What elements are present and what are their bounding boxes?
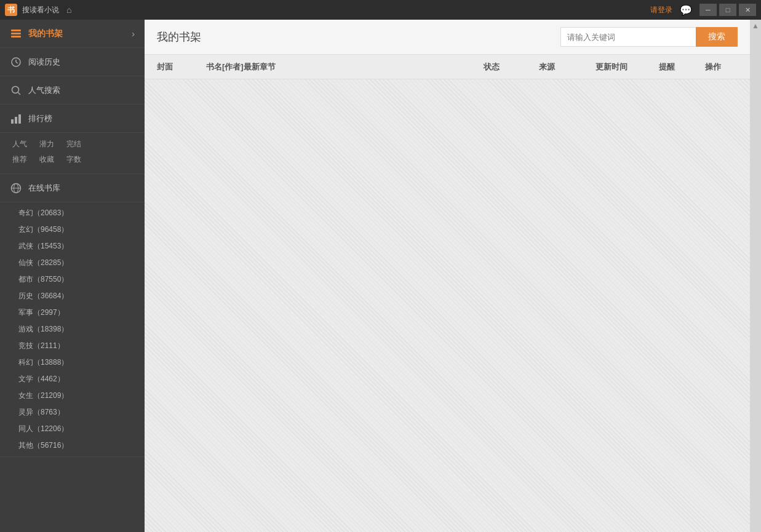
library-item-奇幻[interactable]: 奇幻（20683） — [0, 205, 145, 221]
sidebar-item-popular[interactable]: 人气搜索 — [0, 76, 145, 105]
library-items: 奇幻（20683）玄幻（96458）武侠（15453）仙侠（28285）都市（8… — [0, 202, 145, 457]
library-item-武侠[interactable]: 武侠（15453） — [0, 238, 145, 255]
title-bar-left: 书 搜读看小说 ⌂ — [5, 4, 71, 16]
ranking-wordcount[interactable]: 字数 — [64, 153, 84, 166]
table-header: 封面 书名[作者]最新章节 状态 来源 更新时间 提醒 操作 — [145, 55, 750, 79]
ranking-popularity[interactable]: 人气 — [10, 138, 30, 151]
search-icon — [10, 84, 22, 97]
ranking-recommend[interactable]: 推荐 — [10, 153, 30, 166]
title-bar: 书 搜读看小说 ⌂ 请登录 💬 ─ □ ✕ — [0, 0, 761, 20]
content-area: 我的书架 搜索 封面 书名[作者]最新章节 状态 来源 更新时间 提醒 操作 — [145, 20, 750, 532]
ranking-icon — [10, 113, 22, 125]
ranking-potential[interactable]: 潜力 — [37, 138, 57, 151]
popular-inner: 人气搜索 — [10, 84, 60, 97]
window-controls: ─ □ ✕ — [699, 4, 756, 16]
ranking-row-2: 推荐 收藏 字数 — [10, 153, 145, 166]
library-label: 在线书库 — [28, 183, 60, 194]
message-icon[interactable]: 💬 — [680, 4, 692, 16]
maximize-button[interactable]: □ — [719, 4, 736, 16]
svg-rect-1 — [11, 33, 21, 34]
popular-label: 人气搜索 — [28, 85, 60, 96]
myshelf-inner: 我的书架 — [10, 28, 63, 40]
ranking-label: 排行榜 — [28, 113, 52, 124]
ranking-subitems: 人气 潜力 完结 推荐 收藏 字数 — [0, 133, 145, 174]
page-title: 我的书架 — [157, 30, 201, 44]
library-item-文学[interactable]: 文学（4462） — [0, 371, 145, 387]
library-item-军事[interactable]: 军事（2997） — [0, 304, 145, 321]
table-body — [145, 79, 750, 532]
home-icon[interactable]: ⌂ — [66, 5, 71, 15]
shelf-icon — [10, 28, 22, 40]
svg-rect-8 — [11, 119, 14, 124]
scrollbar-up-button[interactable]: ▲ — [752, 21, 759, 31]
library-item-灵异[interactable]: 灵异（8763） — [0, 404, 145, 421]
content-header: 我的书架 搜索 — [145, 20, 750, 55]
col-cover: 封面 — [157, 62, 206, 73]
svg-line-7 — [18, 92, 21, 95]
minimize-button[interactable]: ─ — [699, 4, 717, 16]
library-item-其他[interactable]: 其他（56716） — [0, 437, 145, 454]
library-inner: 在线书库 — [10, 182, 60, 194]
ranking-inner: 排行榜 — [10, 113, 52, 125]
sidebar-item-library[interactable]: 在线书库 — [0, 174, 145, 202]
sidebar: 我的书架 › 阅读历史 — [0, 20, 145, 532]
library-item-科幻[interactable]: 科幻（13888） — [0, 354, 145, 371]
svg-rect-10 — [18, 114, 21, 124]
sidebar-item-history[interactable]: 阅读历史 — [0, 48, 145, 76]
library-item-都市[interactable]: 都市（87550） — [0, 271, 145, 288]
library-item-游戏[interactable]: 游戏（18398） — [0, 321, 145, 338]
ranking-row-1: 人气 潜力 完结 — [10, 138, 145, 151]
login-button[interactable]: 请登录 — [650, 5, 672, 15]
history-icon — [10, 56, 22, 68]
col-status: 状态 — [467, 62, 516, 73]
myshelf-arrow: › — [132, 29, 135, 39]
svg-rect-2 — [11, 30, 21, 31]
history-inner: 阅读历史 — [10, 56, 60, 68]
library-item-女生[interactable]: 女生（21209） — [0, 387, 145, 404]
library-item-竞技[interactable]: 竞技（2111） — [0, 338, 145, 354]
col-action: 操作 — [688, 62, 738, 73]
search-area: 搜索 — [560, 27, 738, 47]
ranking-complete[interactable]: 完结 — [64, 138, 84, 151]
col-update: 更新时间 — [578, 62, 645, 73]
ranking-collect[interactable]: 收藏 — [37, 153, 57, 166]
col-source: 来源 — [516, 62, 578, 73]
svg-rect-9 — [15, 117, 17, 124]
myshelf-label: 我的书架 — [28, 28, 63, 39]
svg-line-5 — [16, 62, 18, 63]
library-item-仙侠[interactable]: 仙侠（28285） — [0, 255, 145, 271]
col-title: 书名[作者]最新章节 — [206, 62, 467, 73]
sidebar-item-myshelf[interactable]: 我的书架 › — [0, 20, 145, 48]
main-layout: 我的书架 › 阅读历史 — [0, 20, 761, 532]
history-label: 阅读历史 — [28, 57, 60, 68]
title-bar-right: 请登录 💬 ─ □ ✕ — [650, 4, 756, 16]
search-input[interactable] — [560, 27, 696, 47]
svg-rect-0 — [11, 36, 21, 38]
library-item-历史[interactable]: 历史（36684） — [0, 288, 145, 304]
close-button[interactable]: ✕ — [739, 4, 756, 16]
app-title: 搜读看小说 — [22, 5, 59, 15]
library-item-同人[interactable]: 同人（12206） — [0, 421, 145, 437]
app-icon: 书 — [5, 4, 17, 16]
library-icon — [10, 182, 22, 194]
sidebar-item-ranking[interactable]: 排行榜 — [0, 105, 145, 133]
library-item-玄幻[interactable]: 玄幻（96458） — [0, 221, 145, 238]
search-button[interactable]: 搜索 — [696, 27, 738, 47]
svg-point-6 — [12, 86, 19, 93]
col-remind: 提醒 — [645, 62, 688, 73]
